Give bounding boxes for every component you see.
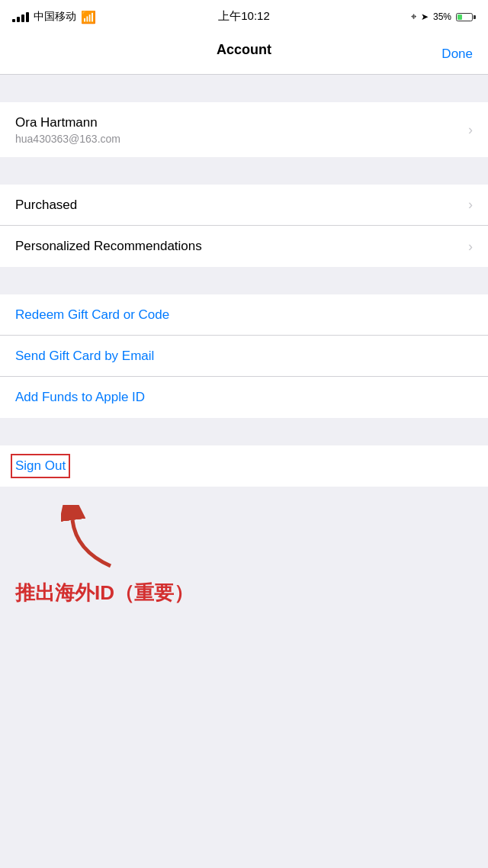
page-title: Account: [217, 42, 271, 58]
action-section: Redeem Gift Card or Code Send Gift Card …: [0, 294, 488, 418]
status-right: ⌖ ➤ 35%: [411, 11, 476, 23]
annotation-text: 推出海外ID（重要）: [15, 580, 194, 606]
menu-section: Purchased › Personalized Recommendations…: [0, 185, 488, 267]
purchased-row[interactable]: Purchased ›: [0, 185, 488, 226]
spacer-2: [0, 157, 488, 185]
send-gift-label: Send Gift Card by Email: [15, 349, 154, 364]
chevron-icon-purchased: ›: [468, 197, 473, 213]
spacer-3: [0, 267, 488, 294]
location-icon: ⌖: [411, 11, 416, 23]
add-funds-row[interactable]: Add Funds to Apple ID: [0, 377, 488, 418]
personalized-row[interactable]: Personalized Recommendations ›: [0, 226, 488, 267]
user-cell[interactable]: Ora Hartmann hua430363@163.com ›: [0, 102, 488, 157]
send-gift-row[interactable]: Send Gift Card by Email: [0, 336, 488, 377]
add-funds-label: Add Funds to Apple ID: [15, 390, 145, 405]
user-email: hua430363@163.com: [15, 133, 120, 145]
signout-section: Sign Out: [0, 445, 488, 487]
redeem-row[interactable]: Redeem Gift Card or Code: [0, 294, 488, 336]
chevron-icon-personalized: ›: [468, 239, 473, 255]
redeem-label: Redeem Gift Card or Code: [15, 307, 169, 323]
done-button[interactable]: Done: [441, 47, 473, 62]
spacer-1: [0, 75, 488, 102]
wifi-icon: 📶: [81, 10, 96, 24]
battery-percent: 35%: [433, 11, 451, 22]
personalized-label: Personalized Recommendations: [15, 239, 202, 254]
navigation-icon: ➤: [421, 11, 429, 22]
time-label: 上午10:12: [218, 9, 270, 24]
status-left: 中国移动 📶: [12, 10, 96, 24]
chevron-icon: ›: [468, 122, 473, 138]
carrier-label: 中国移动: [34, 10, 76, 24]
user-section: Ora Hartmann hua430363@163.com ›: [0, 102, 488, 157]
arrow-icon: [61, 505, 122, 574]
bottom-spacer: [0, 614, 488, 660]
status-bar: 中国移动 📶 上午10:12 ⌖ ➤ 35%: [0, 0, 488, 34]
battery-icon: [456, 13, 476, 21]
signout-button[interactable]: Sign Out: [15, 458, 66, 474]
user-name: Ora Hartmann: [15, 115, 120, 130]
purchased-label: Purchased: [15, 198, 77, 213]
user-info: Ora Hartmann hua430363@163.com: [15, 115, 120, 145]
spacer-4: [0, 418, 488, 445]
nav-bar: Account Done: [0, 34, 488, 75]
annotation-area: 推出海外ID（重要）: [0, 487, 488, 614]
signal-icon: [12, 12, 29, 22]
